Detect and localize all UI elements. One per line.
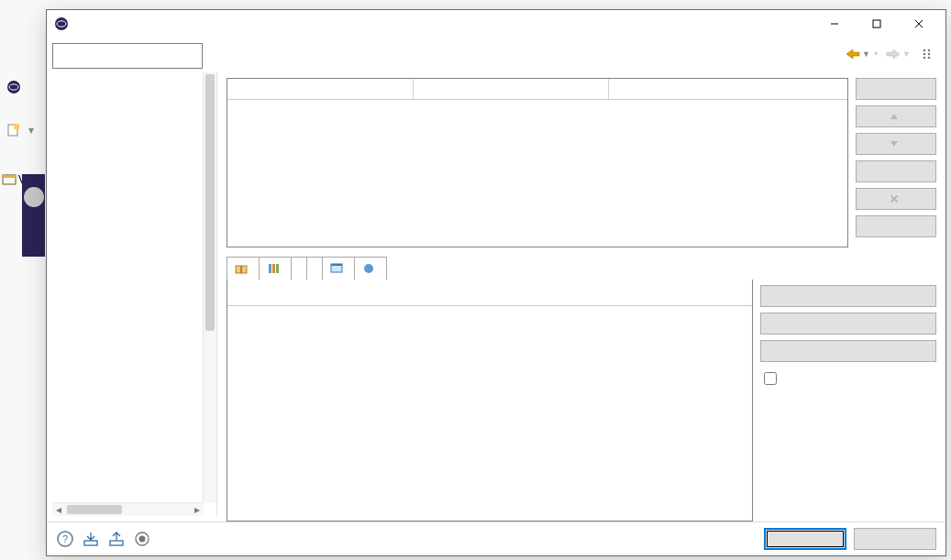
close-button[interactable] xyxy=(898,10,940,38)
maximize-button[interactable] xyxy=(856,10,898,38)
svg-rect-24 xyxy=(331,264,342,266)
new-button[interactable] xyxy=(856,78,936,100)
bg-welcome-dark xyxy=(22,174,45,257)
svg-rect-20 xyxy=(269,264,271,273)
remove-button[interactable] xyxy=(856,188,936,210)
welcome-orb-icon xyxy=(24,187,44,207)
preferences-tree[interactable] xyxy=(52,72,204,503)
svg-text:?: ? xyxy=(62,533,68,544)
tree-vscrollbar[interactable] xyxy=(203,72,216,503)
tab-environment[interactable] xyxy=(322,257,355,280)
oomph-record-icon[interactable] xyxy=(133,530,151,548)
help-icon[interactable]: ? xyxy=(56,530,74,548)
svg-point-16 xyxy=(928,53,931,56)
svg-rect-22 xyxy=(276,264,279,273)
svg-rect-19 xyxy=(240,266,242,273)
packages-icon xyxy=(235,262,248,275)
new-icon[interactable] xyxy=(6,122,23,138)
right-panel: ▼ • ▼ xyxy=(217,38,945,522)
manage-conda-button[interactable] xyxy=(760,313,936,335)
filter-input[interactable] xyxy=(52,43,203,69)
svg-point-31 xyxy=(139,536,146,543)
svg-rect-5 xyxy=(3,175,16,178)
set-default-button[interactable] xyxy=(856,160,936,182)
col-version[interactable] xyxy=(503,285,668,305)
tab-libraries[interactable] xyxy=(259,257,292,280)
tree-hscrollbar[interactable]: ◂▸ xyxy=(52,502,204,516)
eclipse-icon xyxy=(6,80,21,94)
up-button[interactable] xyxy=(856,105,936,127)
svg-rect-3 xyxy=(14,124,19,129)
svg-point-12 xyxy=(923,49,926,52)
toolbar-sep: • xyxy=(874,48,878,60)
col-name[interactable] xyxy=(227,79,414,99)
bg-toolbar: ▾ xyxy=(6,119,34,141)
svg-rect-28 xyxy=(84,541,97,545)
tab-string-substitution[interactable] xyxy=(354,257,387,280)
svg-point-13 xyxy=(923,53,926,56)
dropdown-caret-icon[interactable]: ▾ xyxy=(28,124,34,137)
import-prefs-icon[interactable] xyxy=(82,530,100,548)
bottom-bar: ? xyxy=(47,522,945,555)
preferences-dialog: ◂▸ ▼ • ▼ xyxy=(46,9,946,556)
back-icon[interactable] xyxy=(845,46,861,62)
bg-app-title xyxy=(6,80,25,94)
forward-icon[interactable] xyxy=(885,46,901,62)
manage-pipenv-button[interactable] xyxy=(760,340,936,362)
package-explorer-icon[interactable] xyxy=(2,172,17,187)
col-location[interactable] xyxy=(414,79,609,99)
svg-rect-9 xyxy=(873,20,880,27)
interpreters-table[interactable] xyxy=(227,78,848,247)
svg-point-14 xyxy=(923,57,926,60)
svg-point-17 xyxy=(928,57,931,60)
forward-menu-caret[interactable]: ▼ xyxy=(902,49,911,59)
down-button[interactable] xyxy=(856,133,936,155)
environment-icon xyxy=(330,262,343,275)
tab-packages[interactable] xyxy=(227,257,260,280)
apply-and-close-button[interactable] xyxy=(764,528,846,550)
down-arrow-icon xyxy=(890,141,898,147)
col-library[interactable] xyxy=(227,285,503,305)
svg-point-25 xyxy=(364,264,373,273)
remove-x-icon xyxy=(890,194,899,203)
manage-pip-button[interactable] xyxy=(760,285,936,307)
cancel-button[interactable] xyxy=(854,528,936,550)
load-conda-checkbox[interactable] xyxy=(760,369,936,388)
view-menu-icon[interactable] xyxy=(920,46,936,62)
back-menu-caret[interactable]: ▼ xyxy=(862,49,870,59)
tab-predefined[interactable] xyxy=(306,257,323,280)
variables-icon xyxy=(362,262,375,275)
export-prefs-icon[interactable] xyxy=(107,530,126,548)
svg-point-15 xyxy=(928,49,931,52)
svg-rect-21 xyxy=(272,264,275,273)
left-panel: ◂▸ xyxy=(47,38,217,522)
up-arrow-icon xyxy=(890,114,898,119)
tab-forced-builtins[interactable] xyxy=(291,257,307,280)
titlebar[interactable] xyxy=(47,10,945,38)
libraries-icon xyxy=(267,262,280,275)
config-conda-button[interactable] xyxy=(856,215,936,237)
tab-bar xyxy=(227,257,936,280)
minimize-button[interactable] xyxy=(813,10,856,38)
load-conda-checkbox-input[interactable] xyxy=(764,372,777,385)
svg-rect-29 xyxy=(110,541,123,545)
packages-table[interactable] xyxy=(227,280,753,522)
eclipse-icon xyxy=(54,16,69,31)
